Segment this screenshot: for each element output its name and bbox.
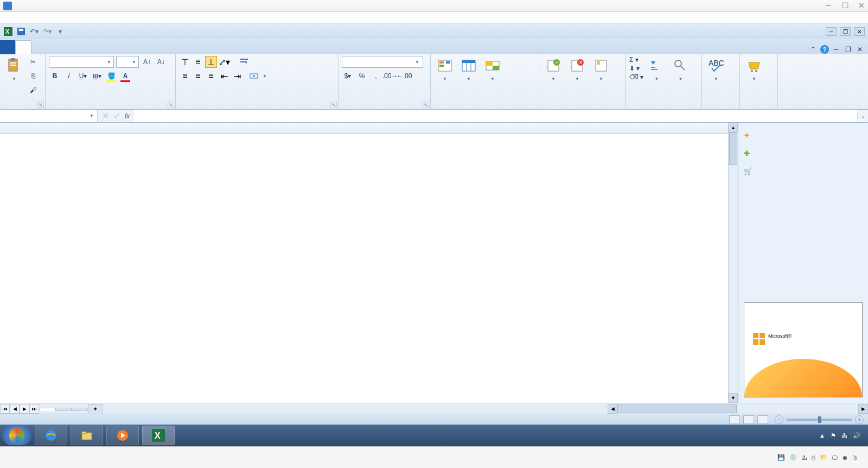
link-download-clipart[interactable] xyxy=(744,162,863,164)
select-all-corner[interactable] xyxy=(0,123,16,133)
comma-button[interactable]: , xyxy=(370,70,382,82)
vbox-rec-icon[interactable]: ⏺ xyxy=(842,454,848,461)
zoom-out-button[interactable]: − xyxy=(775,415,783,424)
zoom-in-button[interactable]: + xyxy=(855,415,864,424)
doc-close-button[interactable]: ✕ xyxy=(855,45,865,54)
vbox-mouse-icon[interactable]: 🖱 xyxy=(852,454,858,461)
vbox-net-icon[interactable]: 🖧 xyxy=(801,454,807,461)
vbox-minimize-button[interactable]: ─ xyxy=(826,3,832,9)
sheet-tab-3[interactable] xyxy=(72,408,88,411)
zoom-slider[interactable] xyxy=(787,419,852,421)
tab-formulas[interactable] xyxy=(64,40,80,54)
vbox-usb-icon[interactable]: ⎙ xyxy=(812,454,815,461)
find-select-button[interactable]: ▼ xyxy=(669,56,691,83)
format-painter-icon[interactable]: 🖌 xyxy=(27,84,39,96)
merge-center-button[interactable]: ▼ xyxy=(247,70,269,82)
vbox-maximize-button[interactable]: ☐ xyxy=(842,3,848,9)
align-center-icon[interactable]: ≡ xyxy=(192,70,204,82)
excel-minimize-button[interactable]: ─ xyxy=(826,27,837,36)
tab-page-layout[interactable] xyxy=(48,40,64,54)
grid-body[interactable] xyxy=(0,134,728,403)
taskbar-excel-icon[interactable]: X xyxy=(142,426,175,445)
help-icon[interactable]: ? xyxy=(820,45,829,54)
taskbar-media-player-icon[interactable] xyxy=(106,426,139,445)
underline-button[interactable]: U▾ xyxy=(77,70,89,82)
cut-icon[interactable]: ✂ xyxy=(27,56,39,68)
horizontal-scrollbar[interactable]: ◀ ▶ xyxy=(608,404,868,414)
sheet-tab-2[interactable] xyxy=(55,408,72,411)
indent-decrease-icon[interactable]: ⇤ xyxy=(218,70,230,82)
link-get-powerpoint-outlook[interactable] xyxy=(744,178,863,180)
vbox-shared-icon[interactable]: 📁 xyxy=(820,454,827,461)
format-as-table-button[interactable]: ▼ xyxy=(458,56,480,83)
file-tab[interactable] xyxy=(0,40,15,54)
spelling-button[interactable]: ABC▼ xyxy=(705,56,727,83)
sheet-tab-1[interactable] xyxy=(39,408,55,411)
format-cells-button[interactable]: ▼ xyxy=(590,56,612,83)
decrease-font-icon[interactable]: A↓ xyxy=(155,56,167,68)
alignment-dialog-launcher[interactable]: ⤡ xyxy=(330,102,337,108)
align-right-icon[interactable]: ≡ xyxy=(205,70,217,82)
align-bottom-icon[interactable]: ⊥ xyxy=(205,56,217,68)
font-size-select[interactable]: ▼ xyxy=(116,56,139,68)
copy-icon[interactable]: ⎘ xyxy=(27,70,39,82)
vbox-close-button[interactable]: ✕ xyxy=(858,3,865,9)
ribbon-minimize-icon[interactable]: ⌃ xyxy=(808,45,818,54)
align-top-icon[interactable]: ⊤ xyxy=(179,56,191,68)
fill-button[interactable]: ⬇ ▾ xyxy=(629,65,643,72)
excel-close-button[interactable]: ✕ xyxy=(854,27,865,36)
taskbar-ie-icon[interactable] xyxy=(35,426,67,445)
vbox-hd-icon[interactable]: 💾 xyxy=(777,454,785,461)
sort-filter-button[interactable]: ▼ xyxy=(646,56,667,83)
normal-view-icon[interactable] xyxy=(729,415,740,424)
font-name-select[interactable]: ▼ xyxy=(49,56,114,68)
redo-icon[interactable]: ↷▾ xyxy=(42,27,52,36)
purchase-button[interactable]: ▼ xyxy=(743,56,765,83)
formula-input[interactable] xyxy=(134,110,857,122)
number-dialog-launcher[interactable]: ⤡ xyxy=(423,102,429,108)
font-dialog-launcher[interactable]: ⤡ xyxy=(168,102,174,108)
prev-sheet-icon[interactable]: ◀ xyxy=(10,404,20,414)
fill-color-button[interactable]: 🪣 xyxy=(105,70,117,82)
insert-cells-button[interactable]: +▼ xyxy=(542,56,564,83)
font-color-button[interactable]: A xyxy=(119,70,131,82)
scroll-right-icon[interactable]: ▶ xyxy=(858,404,868,414)
orientation-icon[interactable]: ⤢▾ xyxy=(218,56,230,68)
excel-app-icon[interactable]: X xyxy=(3,27,13,36)
last-sheet-icon[interactable]: ⏭ xyxy=(29,404,39,414)
save-icon[interactable] xyxy=(16,27,26,36)
clear-button[interactable]: ⌫ ▾ xyxy=(629,73,643,81)
align-middle-icon[interactable]: ≡ xyxy=(192,56,204,68)
formula-bar-expand-icon[interactable]: ⌄ xyxy=(857,113,868,119)
link-help-support[interactable] xyxy=(744,144,863,146)
undo-icon[interactable]: ↶▾ xyxy=(29,27,39,36)
hscroll-thumb[interactable] xyxy=(617,404,737,413)
page-break-view-icon[interactable] xyxy=(757,415,768,424)
new-sheet-icon[interactable]: ✦ xyxy=(88,404,103,414)
percent-button[interactable]: % xyxy=(356,70,368,82)
scroll-down-icon[interactable]: ▼ xyxy=(729,393,738,403)
tray-network-icon[interactable]: 🖧 xyxy=(841,432,847,439)
first-sheet-icon[interactable]: ⏮ xyxy=(0,404,10,414)
bold-button[interactable]: B xyxy=(49,70,61,82)
vbox-display-icon[interactable]: 🖵 xyxy=(832,454,838,461)
wrap-text-button[interactable] xyxy=(238,56,253,68)
tray-flag-icon[interactable]: ⚑ xyxy=(831,432,836,439)
autosum-button[interactable]: Σ ▾ xyxy=(629,56,643,64)
indent-increase-icon[interactable]: ⇥ xyxy=(231,70,243,82)
increase-font-icon[interactable]: A↑ xyxy=(141,56,153,68)
scroll-up-icon[interactable]: ▲ xyxy=(729,123,738,132)
tab-home[interactable] xyxy=(15,40,31,54)
number-format-select[interactable]: ▼ xyxy=(342,56,423,68)
fx-icon[interactable]: fx xyxy=(125,112,130,120)
decrease-decimal-icon[interactable]: ←.00 xyxy=(398,70,410,82)
doc-minimize-button[interactable]: ─ xyxy=(831,45,841,54)
tray-volume-icon[interactable]: 🔊 xyxy=(853,432,860,439)
excel-restore-button[interactable]: ❐ xyxy=(840,27,851,36)
next-sheet-icon[interactable]: ▶ xyxy=(20,404,29,414)
office-ad[interactable]: Microsoft® xyxy=(744,302,863,397)
page-layout-view-icon[interactable] xyxy=(743,415,754,424)
paste-button[interactable]: ▼ xyxy=(3,56,25,83)
currency-button[interactable]: $▾ xyxy=(342,70,354,82)
tray-show-hidden-icon[interactable]: ▲ xyxy=(819,432,825,439)
